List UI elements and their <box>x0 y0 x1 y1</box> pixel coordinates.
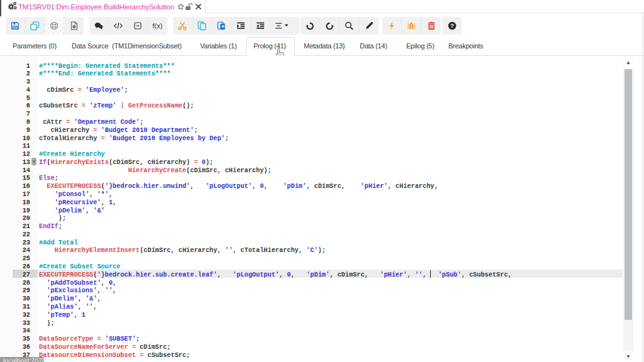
svg-text:?: ? <box>450 22 454 29</box>
